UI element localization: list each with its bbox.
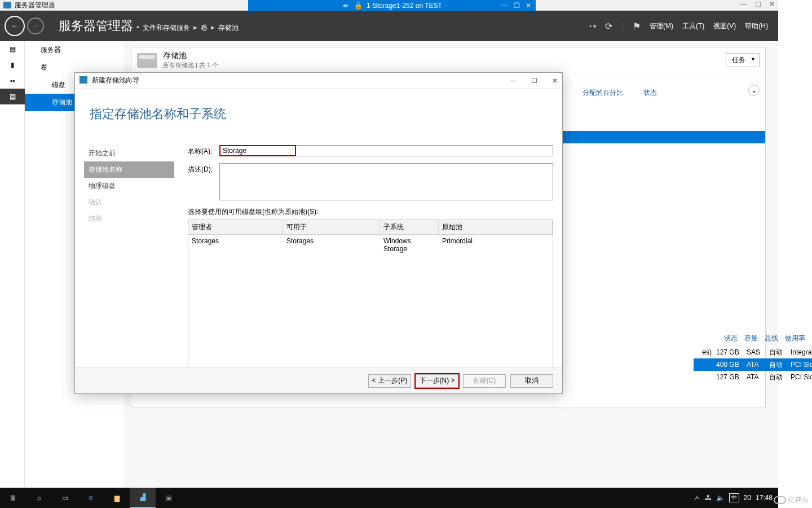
remote-window-controls: — ❐ ✕ <box>501 2 531 10</box>
server-manager-taskbar-icon[interactable]: ▟ <box>130 488 156 508</box>
wizard-minimize-icon[interactable]: — <box>510 77 517 85</box>
step-physical[interactable]: 物理磁盘 <box>84 178 174 194</box>
close-icon[interactable]: ✕ <box>769 0 775 8</box>
phys-col-cap[interactable]: 容量 <box>744 334 758 343</box>
ie-icon[interactable]: e <box>78 488 104 508</box>
pool-columns: 分配的百分比 状态 <box>582 88 657 98</box>
col-alloc[interactable]: 分配的百分比 <box>582 88 623 98</box>
nav-servers[interactable]: 服务器 <box>25 41 125 59</box>
grid-header: 管理者 可用于 子系统 原始池 <box>188 220 553 235</box>
menu-tools[interactable]: 工具(T) <box>682 21 704 31</box>
phys-row[interactable]: es) 127 GB SAS 自动 Integrated : Adapter <box>694 346 812 358</box>
collapse-button[interactable]: ⌄ <box>748 85 760 96</box>
tasks-dropdown[interactable]: 任务 <box>726 53 760 67</box>
menu-manage[interactable]: 管理(M) <box>650 21 673 31</box>
pool-name-input[interactable] <box>219 145 296 156</box>
wizard-maximize-icon[interactable]: ☐ <box>531 77 537 85</box>
name-field-row: 名称(A): <box>188 145 553 156</box>
grid-row[interactable]: Storages Storages Windows Storage Primor… <box>188 235 553 255</box>
remote-close-icon[interactable]: ✕ <box>526 2 531 10</box>
cancel-button[interactable]: 取消 <box>510 374 553 388</box>
minimize-icon[interactable]: — <box>740 0 747 8</box>
rail-storage-icon[interactable]: ▤ <box>0 89 25 104</box>
back-button[interactable]: ← <box>5 16 25 36</box>
lock-icon[interactable]: 🔒 <box>354 2 362 10</box>
tray-volume-icon[interactable]: 🔈 <box>716 494 725 502</box>
phys-col-status[interactable]: 状态 <box>724 334 738 343</box>
wizard-main: 名称(A): 描述(D): 选择要使用的可用磁盘组(也称为原始池)(S): 管理… <box>188 145 553 362</box>
wizard-titlebar: 新建存储池向导 — ☐ ✕ <box>75 73 562 89</box>
pool-name-input-ext[interactable] <box>296 145 553 156</box>
step-name[interactable]: 存储池名称 <box>84 161 174 178</box>
create-button: 创建(C) <box>463 374 506 388</box>
flag-icon[interactable]: ⚑ <box>633 21 641 32</box>
wizard-steps: 开始之前 存储池名称 物理磁盘 确认 结果 <box>84 145 174 227</box>
step-before[interactable]: 开始之前 <box>84 145 174 161</box>
watermark: 亿速云 <box>774 495 809 505</box>
name-label: 名称(A): <box>188 145 219 156</box>
server-manager-header: ← → 服务器管理器 • 文件和存储服务 ▸ 卷 ▸ 存储池 • ▾ ⟳ | ⚑… <box>0 11 778 41</box>
rail-servers-icon[interactable]: ▮ <box>0 57 25 73</box>
system-tray: ㅅ 🖧 🔈 中 20 17:48 <box>694 493 778 503</box>
wizard-window-controls: — ☐ ✕ <box>510 77 558 85</box>
phys-row-selected[interactable]: 400 GB ATA 自动 PCI Slot 0 : Adapter 0 <box>694 358 812 371</box>
pool-desc-input[interactable] <box>219 163 553 200</box>
tray-network-icon[interactable]: 🖧 <box>705 494 712 502</box>
wizard-close-icon[interactable]: ✕ <box>552 77 558 85</box>
phys-col-usage[interactable]: 使用率 <box>785 334 805 343</box>
wizard-body: 指定存储池名称和子系统 开始之前 存储池名称 物理磁盘 确认 结果 名称(A):… <box>75 89 562 393</box>
dropdown-icon[interactable]: • ▾ <box>590 23 596 29</box>
maximize-icon[interactable]: ▢ <box>755 0 761 8</box>
col-use[interactable]: 可用于 <box>283 220 380 234</box>
storage-pool-icon <box>137 53 157 68</box>
crumb-root[interactable]: 服务器管理器 <box>59 17 133 34</box>
col-manager[interactable]: 管理者 <box>188 220 283 234</box>
pool-title: 存储池 <box>163 51 218 61</box>
explorer-icon[interactable]: ▆ <box>104 488 130 508</box>
tray-ime[interactable]: 中 <box>729 493 739 502</box>
app-icon[interactable]: ▣ <box>156 488 182 508</box>
forward-button[interactable]: → <box>27 17 44 34</box>
start-button[interactable]: ⊞ <box>0 488 26 508</box>
col-primordial[interactable]: 原始池 <box>439 220 553 234</box>
task-view-icon[interactable]: ▭ <box>52 488 78 508</box>
remote-connection-bar: ⇹ 🔒 1-Storage1-252 on TEST — ❐ ✕ <box>248 0 536 11</box>
remote-minimize-icon[interactable]: — <box>501 2 508 10</box>
tray-extra: 20 <box>744 494 751 502</box>
phys-rows: es) 127 GB SAS 自动 Integrated : Adapter 4… <box>694 346 812 383</box>
tray-time[interactable]: 17:48 <box>756 494 773 502</box>
phys-row[interactable]: 127 GB ATA 自动 PCI Slot 1 : Adapter 0 <box>694 371 812 383</box>
wizard-title: 新建存储池向导 <box>80 76 139 85</box>
menu-view[interactable]: 视图(V) <box>713 21 736 31</box>
crumb-services[interactable]: 文件和存储服务 <box>143 23 190 33</box>
phys-columns: 状态 容量 总线 使用率 席盘 <box>724 334 812 343</box>
breadcrumb: 服务器管理器 • 文件和存储服务 ▸ 卷 ▸ 存储池 <box>59 17 239 34</box>
step-confirm: 确认 <box>84 194 174 211</box>
next-button[interactable]: 下一步(N) > <box>416 374 458 388</box>
menu-help[interactable]: 帮助(H) <box>745 21 768 31</box>
prev-button[interactable]: < 上一步(P) <box>368 374 411 388</box>
disk-group-grid: 管理者 可用于 子系统 原始池 Storages Storages Window… <box>188 220 553 369</box>
app-title: 服务器管理器 <box>0 1 55 10</box>
select-group-label: 选择要使用的可用磁盘组(也称为原始池)(S): <box>188 207 553 217</box>
pin-icon[interactable]: ⇹ <box>342 2 350 10</box>
search-icon[interactable]: ⌕ <box>26 488 52 508</box>
crumb-pool[interactable]: 存储池 <box>218 23 239 33</box>
taskbar: ⊞ ⌕ ▭ e ▆ ▟ ▣ ㅅ 🖧 🔈 中 20 17:48 <box>0 488 778 508</box>
new-storage-pool-wizard: 新建存储池向导 — ☐ ✕ 指定存储池名称和子系统 开始之前 存储池名称 物理磁… <box>74 72 563 394</box>
remote-restore-icon[interactable]: ❐ <box>514 2 520 10</box>
desc-label: 描述(D): <box>188 163 219 174</box>
icon-rail: ▦ ▮ ▪▪ ▤ <box>0 41 25 487</box>
col-subsystem[interactable]: 子系统 <box>380 220 439 234</box>
desc-field-row: 描述(D): <box>188 163 553 200</box>
rail-dashboard-icon[interactable]: ▦ <box>0 41 25 57</box>
remote-title: 1-Storage1-252 on TEST <box>367 2 442 10</box>
tray-chevron-icon[interactable]: ㅅ <box>694 493 700 503</box>
outer-window-controls: — ▢ ✕ <box>740 0 775 8</box>
phys-col-bus[interactable]: 总线 <box>765 334 778 343</box>
col-status[interactable]: 状态 <box>643 88 657 98</box>
refresh-icon[interactable]: ⟳ <box>605 21 612 32</box>
crumb-volumes[interactable]: 卷 <box>201 23 208 33</box>
pool-subtitle: 所有存储池 | 共 1 个 <box>163 61 218 69</box>
rail-allservers-icon[interactable]: ▪▪ <box>0 73 25 89</box>
